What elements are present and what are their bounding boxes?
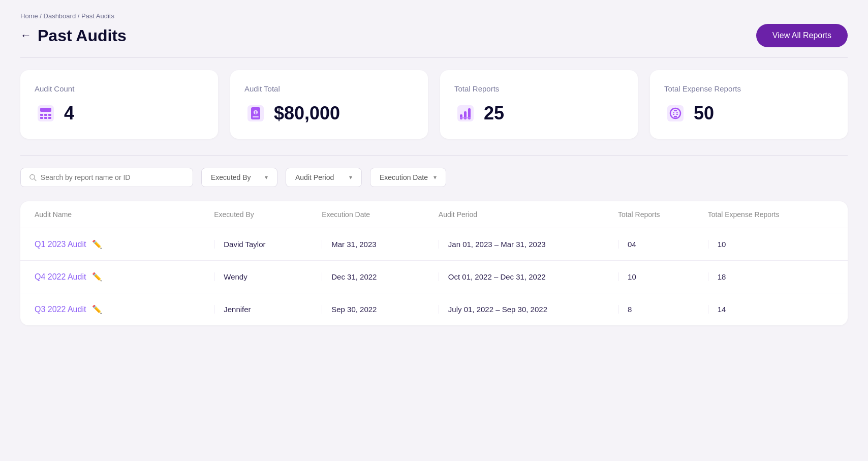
svg-rect-5 [40, 117, 43, 119]
audit-period-cell: Jan 01, 2023 – Mar 31, 2023 [439, 240, 618, 249]
svg-rect-11 [253, 116, 259, 117]
executed-by-cell: David Taylor [214, 240, 322, 249]
audit-name-cell: Q3 2022 Audit ✏️ [35, 304, 214, 314]
audit-table: Audit Name Executed By Execution Date Au… [20, 201, 848, 325]
audit-name-cell: Q1 2023 Audit ✏️ [35, 239, 214, 249]
content-divider [20, 155, 848, 156]
col-header-audit-period: Audit Period [439, 210, 618, 219]
svg-rect-4 [48, 114, 51, 116]
stat-value-total-reports: 25 [484, 103, 504, 124]
col-header-total-reports: Total Reports [618, 210, 708, 219]
chevron-down-icon: ▾ [349, 174, 352, 181]
chart-icon [454, 102, 477, 125]
total-expense-reports-cell: 14 [708, 305, 833, 314]
breadcrumb: Home / Dashboard / Past Audits [20, 12, 848, 20]
header-divider [20, 57, 848, 58]
audit-period-cell: July 01, 2022 – Sep 30, 2022 [439, 305, 618, 314]
executed-by-dropdown[interactable]: Executed By ▾ [201, 168, 277, 187]
execution-date-label: Execution Date [380, 173, 428, 181]
stat-label-total-reports: Total Reports [454, 84, 624, 93]
audit-name-text[interactable]: Q3 2022 Audit [35, 305, 86, 314]
audit-name-cell: Q4 2022 Audit ✏️ [35, 272, 214, 282]
edit-icon[interactable]: ✏️ [92, 239, 102, 249]
expense-icon [664, 102, 687, 125]
col-header-execution-date: Execution Date [322, 210, 439, 219]
svg-rect-7 [48, 117, 51, 119]
stat-card-total-reports: Total Reports 25 [440, 70, 638, 139]
total-reports-cell: 8 [618, 305, 708, 314]
stat-card-audit-total: Audit Total $ $80,000 [230, 70, 428, 139]
audit-period-dropdown[interactable]: Audit Period ▾ [286, 168, 362, 187]
chevron-down-icon: ▾ [265, 174, 268, 181]
stat-card-audit-count: Audit Count 4 [20, 70, 218, 139]
stat-value-audit-total: $80,000 [274, 103, 340, 124]
search-icon [29, 173, 37, 181]
svg-rect-2 [40, 114, 43, 116]
table-row: Q1 2023 Audit ✏️ David Taylor Mar 31, 20… [20, 228, 848, 261]
audit-name-text[interactable]: Q1 2023 Audit [35, 240, 86, 249]
table-header: Audit Name Executed By Execution Date Au… [20, 201, 848, 228]
stat-label-expense-reports: Total Expense Reports [664, 84, 833, 93]
total-expense-reports-cell: 18 [708, 272, 833, 281]
total-reports-cell: 04 [618, 240, 708, 249]
col-header-audit-name: Audit Name [35, 210, 214, 219]
search-box[interactable] [20, 168, 193, 187]
invoice-icon: $ [244, 102, 267, 125]
executed-by-label: Executed By [211, 173, 251, 181]
executed-by-cell: Wendy [214, 272, 322, 281]
svg-rect-17 [460, 117, 471, 118]
stat-label-audit-count: Audit Count [35, 84, 204, 93]
execution-date-cell: Mar 31, 2023 [322, 240, 439, 249]
edit-icon[interactable]: ✏️ [92, 304, 102, 314]
chevron-down-icon: ▾ [433, 174, 437, 181]
svg-rect-6 [44, 117, 47, 119]
total-reports-cell: 10 [618, 272, 708, 281]
calculator-icon [35, 102, 57, 125]
total-expense-reports-cell: 10 [708, 240, 833, 249]
stat-card-expense-reports: Total Expense Reports 50 [650, 70, 848, 139]
audit-period-cell: Oct 01, 2022 – Dec 31, 2022 [439, 272, 618, 281]
svg-rect-0 [38, 105, 54, 121]
svg-rect-14 [460, 114, 462, 119]
svg-line-26 [34, 179, 36, 181]
page-title: Past Audits [38, 26, 127, 45]
executed-by-cell: Jennifer [214, 305, 322, 314]
search-input[interactable] [41, 173, 184, 181]
svg-text:$: $ [255, 111, 257, 115]
col-header-executed-by: Executed By [214, 210, 322, 219]
stat-value-audit-count: 4 [64, 103, 74, 124]
stat-label-audit-total: Audit Total [244, 84, 414, 93]
svg-rect-1 [40, 108, 51, 112]
svg-rect-24 [674, 116, 677, 117]
filter-row: Executed By ▾ Audit Period ▾ Execution D… [20, 168, 848, 187]
col-header-total-expense-reports: Total Expense Reports [708, 210, 833, 219]
audit-name-text[interactable]: Q4 2022 Audit [35, 272, 86, 282]
execution-date-cell: Dec 31, 2022 [322, 272, 439, 281]
svg-rect-3 [44, 114, 47, 116]
edit-icon[interactable]: ✏️ [92, 272, 102, 282]
stats-row: Audit Count 4 [20, 70, 848, 139]
execution-date-dropdown[interactable]: Execution Date ▾ [370, 168, 446, 187]
view-all-reports-button[interactable]: View All Reports [756, 24, 848, 47]
table-row: Q3 2022 Audit ✏️ Jennifer Sep 30, 2022 J… [20, 293, 848, 325]
svg-rect-23 [674, 110, 677, 111]
audit-period-label: Audit Period [295, 173, 334, 181]
stat-value-expense-reports: 50 [694, 103, 714, 124]
table-row: Q4 2022 Audit ✏️ Wendy Dec 31, 2022 Oct … [20, 261, 848, 293]
back-button[interactable]: ← [20, 29, 32, 42]
execution-date-cell: Sep 30, 2022 [322, 305, 439, 314]
